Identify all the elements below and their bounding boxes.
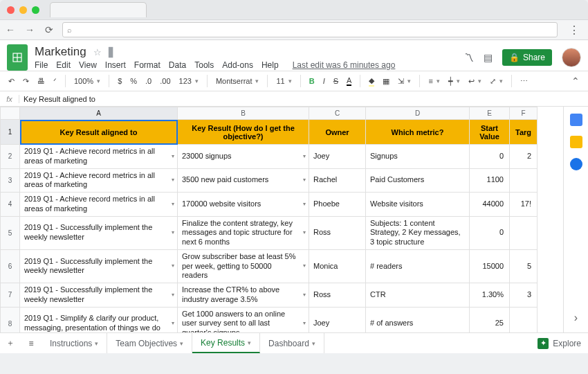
cell-B6[interactable]: Grow subscriber base at least 5% per wee…: [178, 249, 309, 283]
fill-color-icon[interactable]: ◆: [366, 75, 377, 88]
cell-D3[interactable]: Paid Customers: [366, 168, 470, 193]
formula-input[interactable]: Key Result aligned to: [19, 95, 588, 103]
browser-tab[interactable]: [50, 2, 147, 17]
menu-help[interactable]: Help: [261, 60, 279, 70]
cell-E1[interactable]: Start Value: [470, 120, 510, 145]
comments-icon[interactable]: ▤: [484, 52, 493, 63]
col-header-D[interactable]: D: [366, 107, 470, 120]
cell-A1[interactable]: Key Result aligned to: [20, 120, 178, 145]
borders-icon[interactable]: ▦: [380, 75, 392, 87]
back-icon[interactable]: ←: [4, 24, 17, 35]
row-header-8[interactable]: 8: [1, 307, 20, 332]
window-close-icon[interactable]: [7, 6, 15, 14]
share-button[interactable]: 🔒 Share: [502, 49, 552, 66]
sheet-tab-instructions[interactable]: Instructions▾: [42, 333, 107, 353]
dec-increase-icon[interactable]: .00: [157, 75, 173, 87]
cell-C5[interactable]: Ross: [309, 216, 366, 249]
zoom-select[interactable]: 100%▾: [71, 75, 103, 87]
collapse-toolbar-icon[interactable]: ⌃: [569, 74, 582, 88]
italic-icon[interactable]: I: [320, 75, 328, 87]
window-minimize-icon[interactable]: [19, 6, 27, 14]
col-header-E[interactable]: E: [470, 107, 510, 120]
cell-C1[interactable]: Owner: [309, 120, 366, 145]
cell-F3[interactable]: [510, 168, 538, 193]
side-expand-icon[interactable]: ›: [574, 312, 578, 324]
forward-icon[interactable]: →: [24, 24, 36, 35]
h-align-icon[interactable]: ≡▾: [425, 75, 442, 87]
corner-cell[interactable]: [1, 107, 20, 120]
cell-D6[interactable]: # readers: [366, 249, 470, 283]
cell-B3[interactable]: 3500 new paid customers: [178, 168, 309, 193]
menu-file[interactable]: File: [35, 60, 48, 70]
menu-tools[interactable]: Tools: [194, 60, 214, 70]
cell-D1[interactable]: Which metric?: [366, 120, 470, 145]
col-header-A[interactable]: A: [20, 107, 178, 120]
doc-title[interactable]: Marketing: [35, 45, 86, 59]
cell-A8[interactable]: 2019 Q1 - Simplify & clarify our product…: [20, 307, 178, 332]
sheet-tab-dashboard[interactable]: Dashboard▾: [260, 333, 324, 353]
row-header-7[interactable]: 7: [1, 283, 20, 308]
sheet-tab-team-objectives[interactable]: Team Objectives▾: [107, 333, 192, 353]
last-edit[interactable]: Last edit was 6 minutes ago: [293, 60, 396, 70]
col-header-B[interactable]: B: [178, 107, 309, 120]
bold-icon[interactable]: B: [306, 75, 318, 87]
cell-C3[interactable]: Rachel: [309, 168, 366, 193]
cell-D2[interactable]: Signups: [366, 145, 470, 169]
folder-icon[interactable]: ▋: [109, 47, 116, 57]
cell-C7[interactable]: Ross: [309, 283, 366, 308]
row-header-5[interactable]: 5: [1, 216, 20, 249]
font-size-select[interactable]: 11▾: [273, 75, 294, 87]
menu-addons[interactable]: Add-ons: [222, 60, 253, 70]
cell-A7[interactable]: 2019 Q1 - Successfully implement the wee…: [20, 283, 178, 308]
cell-E8[interactable]: 25: [470, 307, 510, 332]
cell-C8[interactable]: Joey: [309, 307, 366, 332]
cell-D5[interactable]: Subjects: 1 content Strategy, 2 Key mess…: [366, 216, 470, 249]
more-icon[interactable]: ⋮: [564, 24, 584, 37]
cell-A5[interactable]: 2019 Q1 - Successfully implement the wee…: [20, 216, 178, 249]
currency-icon[interactable]: $: [115, 75, 125, 87]
menu-insert[interactable]: Insert: [105, 60, 126, 70]
row-header-1[interactable]: 1: [1, 120, 20, 145]
row-header-4[interactable]: 4: [1, 193, 20, 217]
avatar[interactable]: [562, 48, 581, 67]
menu-edit[interactable]: Edit: [56, 60, 71, 70]
tasks-icon[interactable]: [570, 158, 582, 170]
more-formats-icon[interactable]: 123▾: [176, 75, 201, 87]
row-header-6[interactable]: 6: [1, 249, 20, 283]
cell-E3[interactable]: 1100: [470, 168, 510, 193]
cell-E5[interactable]: 0: [470, 216, 510, 249]
paint-format-icon[interactable]: ᐟ: [50, 75, 59, 87]
merge-icon[interactable]: ⇲▾: [395, 75, 414, 87]
cell-C2[interactable]: Joey: [309, 145, 366, 169]
more-toolbar-icon[interactable]: ⋯: [517, 75, 531, 87]
rotate-icon[interactable]: ⤢▾: [487, 75, 506, 87]
cell-F4[interactable]: 17!: [510, 193, 538, 217]
cell-B5[interactable]: Finalize the content strategy, key messa…: [178, 216, 309, 249]
cell-E4[interactable]: 44000: [470, 193, 510, 217]
cell-F6[interactable]: 5: [510, 249, 538, 283]
undo-icon[interactable]: ↶: [6, 75, 17, 87]
url-bar[interactable]: ⌕: [62, 22, 558, 37]
cell-E2[interactable]: 0: [470, 145, 510, 169]
cell-A4[interactable]: 2019 Q1 - Achieve record metrics in all …: [20, 193, 178, 217]
cell-B2[interactable]: 23000 signups: [178, 145, 309, 169]
cell-B7[interactable]: Increase the CTR% to above industry aver…: [178, 283, 309, 308]
font-select[interactable]: Montserrat▾: [213, 75, 262, 87]
col-header-C[interactable]: C: [309, 107, 366, 120]
menu-format[interactable]: Format: [134, 60, 160, 70]
sheets-icon[interactable]: [7, 44, 28, 71]
print-icon[interactable]: 🖶: [35, 75, 48, 87]
cell-E7[interactable]: 1.30%: [470, 283, 510, 308]
keep-icon[interactable]: [570, 136, 582, 148]
cell-D4[interactable]: Website visitors: [366, 193, 470, 217]
menu-data[interactable]: Data: [169, 60, 186, 70]
cell-F7[interactable]: 3: [510, 283, 538, 308]
add-sheet-button[interactable]: ＋: [0, 333, 21, 353]
menu-view[interactable]: View: [79, 60, 97, 70]
col-header-F[interactable]: F: [510, 107, 538, 120]
dec-decrease-icon[interactable]: .0: [143, 75, 154, 87]
wrap-icon[interactable]: ↩▾: [466, 75, 484, 87]
cell-F8[interactable]: [510, 307, 538, 332]
cell-A6[interactable]: 2019 Q1 - Successfully implement the wee…: [20, 249, 178, 283]
strike-icon[interactable]: S: [331, 75, 341, 87]
